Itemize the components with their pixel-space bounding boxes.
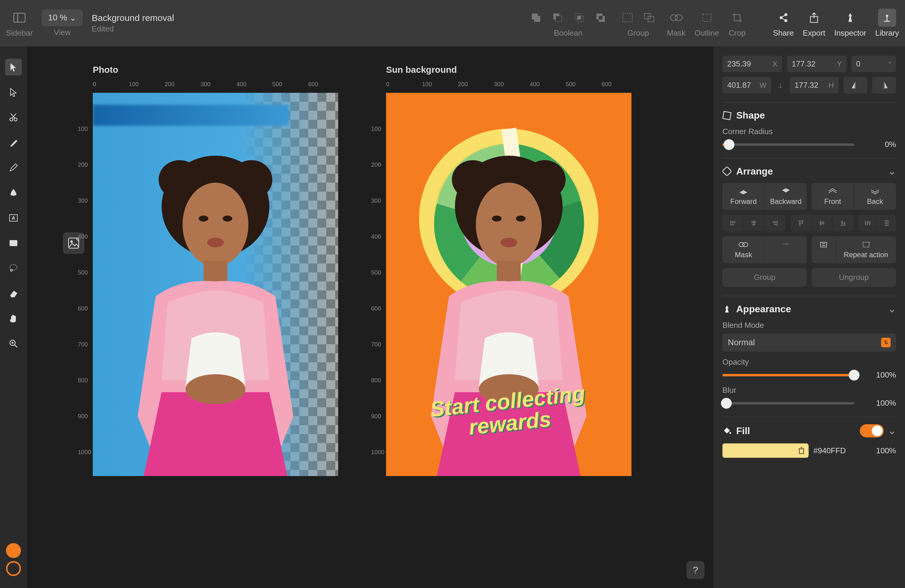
repeat-action-button[interactable]: +Repeat action [835, 236, 896, 263]
distribute-v-button[interactable] [877, 215, 896, 231]
outline-tool[interactable]: Outline [695, 9, 719, 38]
doc-title-block: Background removal Edited [92, 13, 174, 33]
canvas[interactable]: Photo 0 100 200 300 400 500 600 100 200 [27, 47, 713, 588]
svg-point-28 [14, 118, 17, 121]
sidebar-toggle[interactable]: Sidebar [6, 9, 33, 38]
crop-tool[interactable]: Crop [728, 9, 746, 38]
corner-radius-slider[interactable] [722, 143, 854, 146]
svg-rect-82 [820, 221, 821, 226]
align-hcenter-button[interactable] [743, 215, 765, 231]
width-field[interactable]: 401.87W [722, 77, 771, 94]
view-zoom[interactable]: 10 % ⌄ View [42, 10, 83, 37]
svg-rect-17 [703, 14, 711, 21]
lasso-tool[interactable] [5, 260, 22, 277]
forward-button[interactable]: Forward [722, 183, 765, 210]
boolean-difference-icon[interactable] [592, 9, 610, 27]
align-bottom-button[interactable] [832, 215, 854, 231]
pen-tool[interactable] [5, 184, 22, 201]
svg-line-21 [782, 15, 785, 17]
svg-rect-89 [869, 221, 870, 225]
svg-rect-12 [623, 13, 632, 22]
artboard-photo-label: Photo [93, 65, 338, 75]
y-field[interactable]: 177.32Y [787, 56, 846, 72]
document-subtitle: Edited [92, 24, 174, 33]
brush-tool[interactable] [5, 134, 22, 151]
stroke-color-swatch[interactable] [6, 561, 21, 576]
artboard-photo-canvas[interactable] [93, 93, 338, 476]
back-button[interactable]: Back [854, 183, 896, 210]
align-left-button[interactable] [722, 215, 743, 231]
align-horizontal-group[interactable] [722, 215, 786, 231]
svg-point-62 [500, 238, 517, 247]
repeat-button[interactable] [811, 236, 835, 263]
distribute-group[interactable] [858, 215, 896, 231]
help-button[interactable]: ? [686, 561, 705, 579]
distribute-h-button[interactable] [858, 215, 877, 231]
text-tool[interactable]: A [5, 210, 22, 226]
align-vertical-group[interactable] [791, 215, 854, 231]
direct-select-tool[interactable] [5, 84, 22, 100]
group-button[interactable]: Group [722, 268, 807, 287]
svg-rect-5 [556, 16, 562, 22]
backward-button[interactable]: Backward [765, 183, 807, 210]
ungroup-button[interactable]: Ungroup [811, 268, 896, 287]
arrange-section-header[interactable]: Arrange ⌄ [722, 165, 896, 177]
chevron-down-icon: ⌄ [888, 303, 896, 315]
appearance-section-header[interactable]: Appearance ⌄ [722, 303, 896, 315]
boolean-union-icon[interactable] [527, 9, 545, 27]
svg-rect-92 [884, 224, 889, 226]
fill-color-field[interactable] [722, 443, 809, 458]
share-tool[interactable]: Share [773, 9, 794, 38]
mask-action-button[interactable]: Mask [722, 236, 765, 263]
zoom-tool[interactable] [5, 335, 22, 352]
align-right-button[interactable] [764, 215, 786, 231]
boolean-intersect-icon[interactable] [570, 9, 588, 27]
inspector-tool[interactable]: Inspector [834, 9, 866, 38]
artboard-photo[interactable]: Photo 0 100 200 300 400 500 600 100 200 [75, 65, 338, 570]
fill-section-header[interactable]: Fill ⌄ [722, 424, 896, 437]
shape-section-header[interactable]: Shape [722, 110, 896, 121]
lock-aspect-icon[interactable]: ⟂ [776, 77, 785, 94]
scissors-tool[interactable] [5, 109, 22, 126]
chevron-down-icon: ⌄ [888, 425, 896, 437]
boolean-subtract-icon[interactable] [549, 9, 567, 27]
group-icon[interactable] [619, 9, 637, 27]
ruler-vertical: 100 200 300 400 500 600 700 800 900 1000 [75, 93, 93, 476]
svg-rect-63 [497, 261, 521, 284]
x-field[interactable]: 235.39X [722, 56, 782, 72]
fill-hex-value[interactable]: #940FFD [813, 446, 861, 455]
select-tool[interactable] [5, 59, 22, 75]
fill-opacity-value[interactable]: 100% [866, 446, 896, 455]
ungroup-icon[interactable] [640, 9, 658, 27]
blend-mode-select[interactable]: Normal ⇅ [722, 334, 896, 351]
artboard-sun[interactable]: Sun background 0 100 200 300 400 500 600… [368, 65, 632, 570]
fill-color-swatch[interactable] [6, 543, 21, 558]
hand-tool[interactable] [5, 310, 22, 327]
zoom-select[interactable]: 10 % ⌄ [42, 10, 83, 26]
artboard-sun-canvas[interactable]: Start collecting rewards [386, 93, 632, 476]
align-top-button[interactable] [791, 215, 811, 231]
pencil-tool[interactable] [5, 159, 22, 176]
flip-h-button[interactable] [843, 77, 867, 94]
opacity-slider[interactable] [722, 374, 854, 376]
height-field[interactable]: 177.32H [790, 77, 838, 94]
svg-rect-33 [10, 240, 17, 246]
boolean-group[interactable]: Boolean [527, 9, 610, 38]
trash-icon[interactable] [797, 446, 806, 455]
rotation-field[interactable]: 0° [851, 56, 896, 72]
shape-tool[interactable] [5, 235, 22, 251]
blur-slider[interactable] [722, 402, 854, 404]
export-tool[interactable]: Export [803, 9, 825, 38]
mask-tool[interactable]: Mask [667, 9, 686, 38]
eraser-tool[interactable] [5, 285, 22, 302]
library-tool[interactable]: Library [875, 9, 899, 38]
fill-toggle[interactable] [860, 424, 884, 437]
flip-v-button[interactable] [872, 77, 896, 94]
group-tool[interactable]: Group [619, 9, 658, 38]
align-vcenter-button[interactable] [811, 215, 832, 231]
ruler-horizontal: 0 100 200 300 400 500 600 [386, 81, 632, 93]
svg-line-22 [782, 18, 785, 20]
front-button[interactable]: Front [811, 183, 854, 210]
unlink-button[interactable] [765, 236, 807, 263]
svg-rect-91 [884, 222, 889, 224]
